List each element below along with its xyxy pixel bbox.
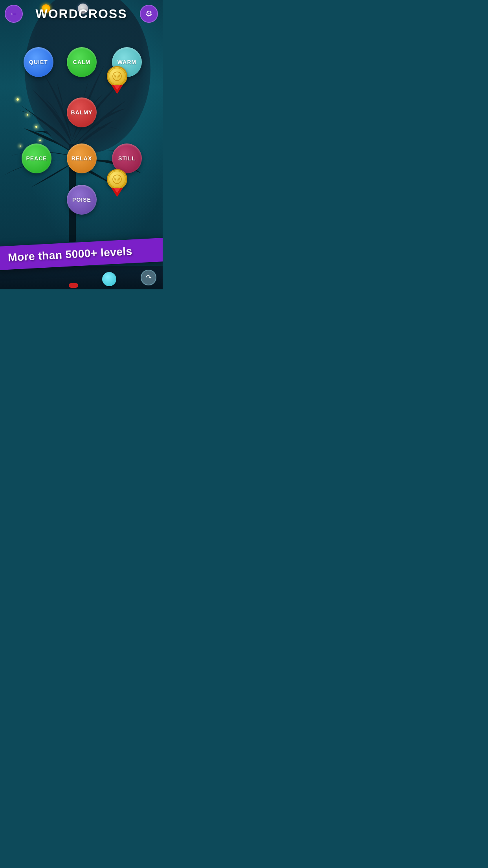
bubble-balmy[interactable]: BALMY <box>67 97 97 127</box>
medal-ribbon-1 <box>112 85 123 94</box>
medal-circle-1 <box>107 66 127 86</box>
header: ← WORDCROSS ⚙ <box>0 0 163 28</box>
medal-circle-2 <box>107 169 127 189</box>
red-accent <box>69 283 78 288</box>
medal-ribbon-2 <box>112 188 123 197</box>
logo-text: WORDCROSS <box>35 7 127 21</box>
bubble-calm[interactable]: CALM <box>67 47 97 77</box>
bubble-poise[interactable]: POISE <box>67 185 97 215</box>
medal-laurel-2-icon <box>112 174 123 185</box>
svg-point-1 <box>113 72 121 81</box>
bubble-quiet[interactable]: QUIET <box>24 47 53 77</box>
settings-icon: ⚙ <box>145 9 152 18</box>
medal-1 <box>107 66 127 94</box>
logo-area: WORDCROSS <box>35 7 127 21</box>
bubble-relax[interactable]: RELAX <box>67 143 97 173</box>
medal-2 <box>107 169 127 197</box>
cyan-bubble <box>102 272 116 286</box>
bubble-peace[interactable]: PEACE <box>22 143 51 173</box>
settings-button[interactable]: ⚙ <box>140 5 158 23</box>
medal-laurel-icon <box>112 71 123 82</box>
back-button[interactable]: ← <box>5 5 23 23</box>
promo-text: More than 5000+ levels <box>7 245 132 264</box>
bottom-bar: ↷ <box>0 266 163 289</box>
redo-icon: ↷ <box>146 273 152 282</box>
redo-button[interactable]: ↷ <box>141 270 156 285</box>
back-icon: ← <box>9 9 18 19</box>
svg-point-2 <box>113 175 121 184</box>
